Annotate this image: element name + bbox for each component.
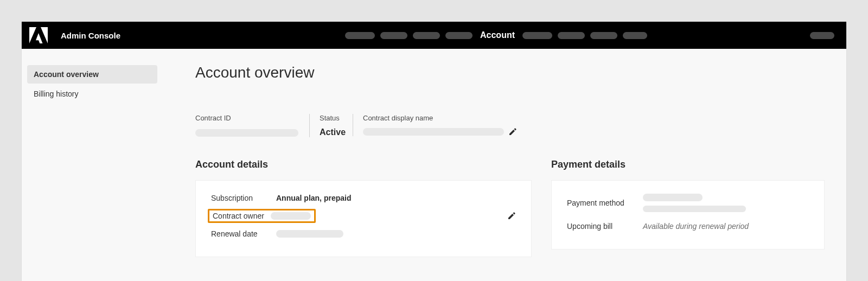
account-details-card: Subscription Annual plan, prepaid Contra… <box>195 180 532 257</box>
payment-details-section: Payment details Payment method Upcoming … <box>551 159 825 257</box>
nav-item-placeholder[interactable] <box>413 32 440 39</box>
contract-id-value <box>195 129 298 137</box>
contract-owner-label: Contract owner <box>213 212 264 220</box>
body-area: Account overview Billing history Account… <box>22 49 846 281</box>
nav-item-placeholder[interactable] <box>623 32 647 39</box>
account-details-section: Account details Subscription Annual plan… <box>195 159 532 257</box>
sidebar-item-billing-history[interactable]: Billing history <box>27 85 157 103</box>
status-value: Active <box>320 127 343 137</box>
nav-item-placeholder[interactable] <box>345 32 375 39</box>
renewal-date-value <box>276 230 343 238</box>
upcoming-bill-value: Available during renewal period <box>643 222 749 231</box>
contract-id-label: Contract ID <box>195 114 299 122</box>
nav-item-placeholder[interactable] <box>558 32 585 39</box>
nav-item-placeholder[interactable] <box>522 32 552 39</box>
sidebar: Account overview Billing history <box>22 49 163 281</box>
top-right-action[interactable] <box>810 32 834 39</box>
app-title: Admin Console <box>61 31 120 40</box>
nav-item-account[interactable]: Account <box>478 30 517 40</box>
subscription-label: Subscription <box>211 194 276 202</box>
top-nav-bar: Admin Console Account <box>22 22 846 49</box>
payment-details-card: Payment method Upcoming bill Available d… <box>551 180 825 250</box>
main-content: Account overview Contract ID Status Acti… <box>163 49 846 281</box>
nav-item-placeholder[interactable] <box>380 32 407 39</box>
edit-display-name-icon[interactable] <box>508 127 517 136</box>
top-nav-tabs: Account <box>345 30 647 40</box>
display-name-value <box>363 128 504 136</box>
contract-summary: Contract ID Status Active Contract displ… <box>195 114 825 137</box>
nav-item-placeholder[interactable] <box>445 32 473 39</box>
account-details-title: Account details <box>195 159 532 170</box>
app-window: Admin Console Account Account overview B… <box>22 22 846 281</box>
sidebar-item-account-overview[interactable]: Account overview <box>27 65 157 84</box>
adobe-logo <box>29 27 48 43</box>
display-name-label: Contract display name <box>363 114 517 122</box>
detail-columns: Account details Subscription Annual plan… <box>195 159 825 257</box>
contract-owner-value <box>271 212 311 220</box>
renewal-date-label: Renewal date <box>211 229 276 238</box>
subscription-value: Annual plan, prepaid <box>276 194 351 202</box>
contract-owner-highlight: Contract owner <box>208 209 316 223</box>
upcoming-bill-label: Upcoming bill <box>567 222 643 231</box>
payment-method-label: Payment method <box>567 199 643 207</box>
payment-details-title: Payment details <box>551 159 825 170</box>
payment-method-value <box>643 194 746 212</box>
nav-item-placeholder[interactable] <box>590 32 617 39</box>
page-title: Account overview <box>195 64 825 81</box>
edit-contract-owner-icon[interactable] <box>507 212 516 220</box>
status-label: Status <box>320 114 343 122</box>
